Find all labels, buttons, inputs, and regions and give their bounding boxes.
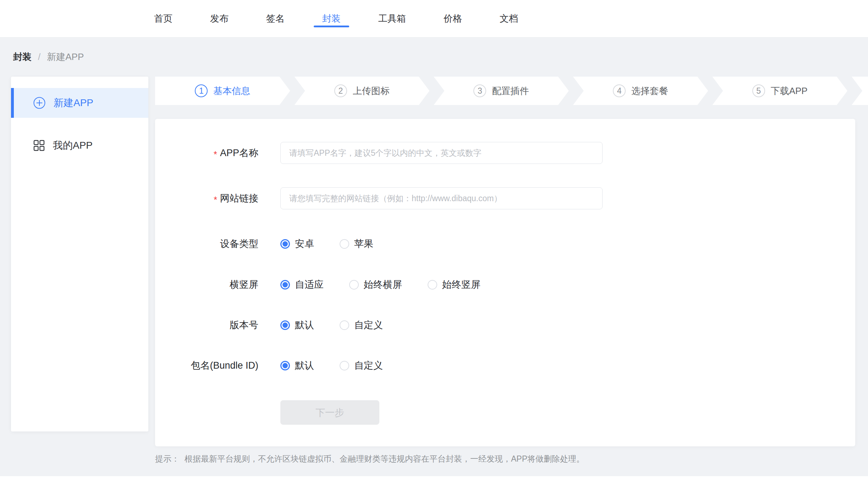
step-number: 3: [473, 84, 486, 97]
step-label: 选择套餐: [631, 85, 668, 97]
nav-item-toolbox[interactable]: 工具箱: [378, 0, 406, 37]
step-download-app: 5 下载APP: [712, 77, 847, 105]
active-tab-underline: [314, 26, 349, 27]
device-type-radio-group: 安卓 苹果: [280, 237, 373, 250]
radio-button-icon: [340, 361, 349, 370]
radio-label: 默认: [295, 359, 314, 372]
field-label: 设备类型: [155, 237, 258, 250]
app-name-input[interactable]: [280, 142, 603, 164]
form-row-bundle-id: 包名(Bundle ID) 默认 自定义: [155, 359, 383, 372]
radio-button-icon: [340, 239, 349, 249]
radio-button-icon: [280, 280, 290, 290]
radio-button-icon: [349, 280, 359, 290]
step-number: 4: [613, 84, 626, 97]
step-basic-info: 1 基本信息: [155, 77, 290, 105]
breadcrumb-section[interactable]: 封装: [13, 51, 32, 62]
radio-option-adaptive[interactable]: 自适应: [280, 278, 324, 291]
field-label-text: 包名(Bundle ID): [191, 359, 258, 372]
nav-item-label: 发布: [210, 12, 229, 25]
radio-option-version-default[interactable]: 默认: [280, 319, 314, 331]
field-label: 横竖屏: [155, 278, 258, 291]
form-panel: * APP名称 * 网站链接 设备类型 安卓 苹果 横竖屏: [155, 119, 855, 446]
radio-option-android[interactable]: 安卓: [280, 237, 314, 250]
plus-circle-icon: [33, 97, 46, 109]
form-row-site-url: * 网站链接: [155, 187, 603, 209]
step-choose-plan: 4 选择套餐: [573, 77, 708, 105]
radio-button-icon: [280, 361, 290, 370]
version-radio-group: 默认 自定义: [280, 319, 383, 331]
radio-option-always-portrait[interactable]: 始终竖屏: [428, 278, 480, 291]
step-number: 2: [334, 84, 347, 97]
field-label-text: 网站链接: [220, 192, 258, 205]
radio-button-icon: [340, 320, 349, 330]
site-url-input[interactable]: [280, 187, 603, 209]
field-label: * APP名称: [155, 147, 258, 159]
breadcrumb-current: 新建APP: [47, 51, 84, 62]
radio-label: 默认: [295, 319, 314, 331]
nav-item-label: 文档: [500, 12, 518, 25]
field-label: 版本号: [155, 319, 258, 331]
form-row-orientation: 横竖屏 自适应 始终横屏 始终竖屏: [155, 278, 480, 291]
sidebar-item-my-apps[interactable]: 我的APP: [11, 131, 148, 160]
wizard-steps: 1 基本信息 2 上传图标 3 配置插件 4 选择套餐 5 下载APP: [155, 77, 868, 105]
nav-item-docs[interactable]: 文档: [500, 0, 518, 37]
tip-prefix: 提示：: [155, 454, 180, 463]
radio-button-icon: [280, 320, 290, 330]
radio-label: 自定义: [354, 359, 383, 372]
step-label: 下载APP: [771, 85, 808, 97]
nav-item-label: 封装: [322, 12, 341, 25]
orientation-radio-group: 自适应 始终横屏 始终竖屏: [280, 278, 480, 291]
active-item-bar: [11, 88, 14, 118]
radio-option-bundle-default[interactable]: 默认: [280, 359, 314, 372]
radio-option-version-custom[interactable]: 自定义: [340, 319, 383, 331]
bottom-strip: [0, 476, 868, 479]
step-upload-icon: 2 上传图标: [295, 77, 430, 105]
required-mark: *: [214, 150, 217, 159]
sidebar-item-label: 新建APP: [54, 96, 93, 110]
nav-item-label: 工具箱: [378, 12, 406, 25]
breadcrumb-separator: /: [38, 51, 40, 62]
radio-label: 自定义: [354, 319, 383, 331]
radio-label: 始终竖屏: [442, 278, 480, 291]
nav-item-label: 首页: [154, 12, 172, 25]
nav-item-publish[interactable]: 发布: [210, 0, 229, 37]
radio-label: 始终横屏: [364, 278, 402, 291]
grid-icon: [33, 139, 45, 152]
field-label-text: APP名称: [220, 147, 258, 159]
radio-option-ios[interactable]: 苹果: [340, 237, 373, 250]
form-row-version: 版本号 默认 自定义: [155, 319, 383, 331]
breadcrumb: 封装 / 新建APP: [13, 51, 84, 62]
step-tail-chevron: [852, 77, 868, 105]
step-label: 配置插件: [492, 85, 529, 97]
field-label-text: 横竖屏: [230, 278, 258, 291]
radio-option-bundle-custom[interactable]: 自定义: [340, 359, 383, 372]
form-row-app-name: * APP名称: [155, 142, 603, 164]
nav-item-package[interactable]: 封装: [322, 0, 341, 37]
nav-item-home[interactable]: 首页: [154, 0, 172, 37]
step-label: 基本信息: [213, 85, 250, 97]
nav-item-signature[interactable]: 签名: [266, 0, 285, 37]
sidebar-item-new-app[interactable]: 新建APP: [11, 88, 148, 118]
nav-item-label: 价格: [444, 12, 462, 25]
radio-button-icon: [428, 280, 437, 290]
field-label-text: 设备类型: [220, 237, 258, 250]
radio-button-icon: [280, 239, 290, 249]
nav-item-label: 签名: [266, 12, 285, 25]
main-nav: 首页 发布 签名 封装 工具箱 价格 文档: [154, 0, 518, 37]
field-label: * 网站链接: [155, 192, 258, 205]
required-mark: *: [214, 195, 217, 204]
top-header: 首页 发布 签名 封装 工具箱 价格 文档: [0, 0, 868, 38]
step-label: 上传图标: [353, 85, 390, 97]
form-row-device-type: 设备类型 安卓 苹果: [155, 237, 373, 250]
tip-text: 根据最新平台规则，不允许区块链虚拟币、金融理财类等违规内容在平台封装，一经发现，…: [185, 454, 584, 463]
bundle-id-radio-group: 默认 自定义: [280, 359, 383, 372]
radio-option-always-landscape[interactable]: 始终横屏: [349, 278, 402, 291]
radio-label: 苹果: [354, 237, 373, 250]
sidebar-item-label: 我的APP: [53, 139, 93, 152]
next-step-button[interactable]: 下一步: [280, 400, 379, 425]
nav-item-pricing[interactable]: 价格: [444, 0, 462, 37]
step-configure-plugins: 3 配置插件: [434, 77, 569, 105]
radio-label: 自适应: [295, 278, 324, 291]
field-label: 包名(Bundle ID): [155, 359, 258, 372]
platform-rule-tip: 提示：根据最新平台规则，不允许区块链虚拟币、金融理财类等违规内容在平台封装，一经…: [155, 453, 584, 464]
